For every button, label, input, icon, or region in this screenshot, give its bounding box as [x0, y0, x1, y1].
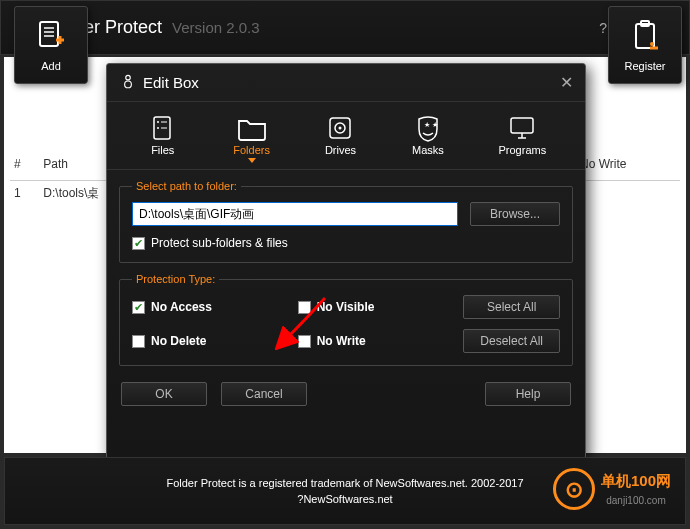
add-file-icon	[34, 18, 68, 56]
no-delete-label: No Delete	[151, 334, 206, 348]
svg-point-14	[157, 127, 159, 129]
modal-title: Edit Box	[143, 74, 199, 91]
modal-footer: OK Cancel Help	[107, 376, 585, 406]
modal-header: Edit Box ✕	[107, 64, 585, 102]
no-access-label: No Access	[151, 300, 212, 314]
footer: Folder Protect is a registered trademark…	[4, 457, 686, 525]
tab-folders-label: Folders	[233, 144, 270, 156]
app-version: Version 2.0.3	[172, 19, 260, 36]
protect-subfolders-label: Protect sub-folders & files	[151, 236, 288, 250]
path-fieldset: Select path to folder: Browse... Protect…	[119, 180, 573, 263]
clipboard-icon	[628, 18, 662, 56]
badge-subtext: danji100.com	[601, 493, 671, 508]
add-button[interactable]: Add	[14, 6, 88, 84]
badge-ring-icon: ⊙	[553, 468, 595, 510]
type-tabs: Files Folders Drives ★ ★ Masks Programs	[107, 102, 585, 170]
no-visible-checkbox[interactable]: No Visible	[298, 300, 446, 314]
protection-legend: Protection Type:	[132, 273, 219, 285]
cell-index: 1	[10, 186, 40, 200]
svg-rect-21	[511, 118, 533, 133]
modal-close-icon[interactable]: ✕	[560, 73, 573, 92]
svg-point-10	[126, 75, 131, 80]
tab-files[interactable]: Files	[142, 110, 184, 165]
svg-rect-3	[40, 22, 58, 46]
protect-subfolders-checkbox[interactable]: Protect sub-folders & files	[132, 236, 560, 250]
footer-line2: ?NewSoftwares.net	[166, 491, 523, 508]
folder-path-input[interactable]	[132, 202, 458, 226]
tab-masks[interactable]: ★ ★ Masks	[407, 110, 449, 165]
checkbox-icon	[132, 237, 145, 250]
no-delete-checkbox[interactable]: No Delete	[132, 334, 280, 348]
programs-icon	[505, 112, 539, 144]
no-write-label: No Write	[317, 334, 366, 348]
ok-button[interactable]: OK	[121, 382, 207, 406]
svg-point-13	[157, 121, 159, 123]
tab-masks-label: Masks	[412, 144, 444, 156]
checkbox-icon	[298, 335, 311, 348]
tab-programs[interactable]: Programs	[495, 110, 551, 165]
titlebar: Folder Protect Version 2.0.3 ? !	[0, 0, 690, 55]
tab-programs-label: Programs	[499, 144, 547, 156]
tab-folders[interactable]: Folders	[229, 110, 274, 165]
tab-drives[interactable]: Drives	[319, 110, 361, 165]
checkbox-icon	[298, 301, 311, 314]
select-all-button[interactable]: Select All	[463, 295, 560, 319]
svg-point-11	[125, 81, 132, 88]
register-label: Register	[625, 60, 666, 72]
no-write-checkbox[interactable]: No Write	[298, 334, 446, 348]
protection-fieldset: Protection Type: No Access No Visible Se…	[119, 273, 573, 366]
files-icon	[146, 112, 180, 144]
modal-logo-icon	[119, 72, 137, 94]
footer-line1: Folder Protect is a registered trademark…	[166, 475, 523, 492]
add-label: Add	[41, 60, 61, 72]
col-header-nowrite: No Write	[580, 157, 660, 171]
no-visible-label: No Visible	[317, 300, 375, 314]
path-legend: Select path to folder:	[132, 180, 241, 192]
no-access-checkbox[interactable]: No Access	[132, 300, 280, 314]
svg-point-19	[339, 127, 342, 130]
checkbox-icon	[132, 301, 145, 314]
tab-files-label: Files	[151, 144, 174, 156]
col-header-index: #	[10, 157, 40, 171]
footer-badge[interactable]: ⊙ 单机100网 danji100.com	[553, 468, 671, 510]
checkbox-icon	[132, 335, 145, 348]
folders-icon	[235, 112, 269, 144]
register-button[interactable]: Register	[608, 6, 682, 84]
help-icon[interactable]: ?	[599, 20, 607, 36]
svg-text:★ ★: ★ ★	[424, 121, 438, 128]
help-button[interactable]: Help	[485, 382, 571, 406]
masks-icon: ★ ★	[411, 112, 445, 144]
tab-drives-label: Drives	[325, 144, 356, 156]
cancel-button[interactable]: Cancel	[221, 382, 307, 406]
deselect-all-button[interactable]: Deselect All	[463, 329, 560, 353]
edit-box-modal: Edit Box ✕ Files Folders Drives ★ ★ Mask…	[106, 63, 586, 459]
browse-button[interactable]: Browse...	[470, 202, 560, 226]
badge-text: 单机100网	[601, 470, 671, 493]
drives-icon	[323, 112, 357, 144]
svg-point-9	[650, 42, 654, 46]
